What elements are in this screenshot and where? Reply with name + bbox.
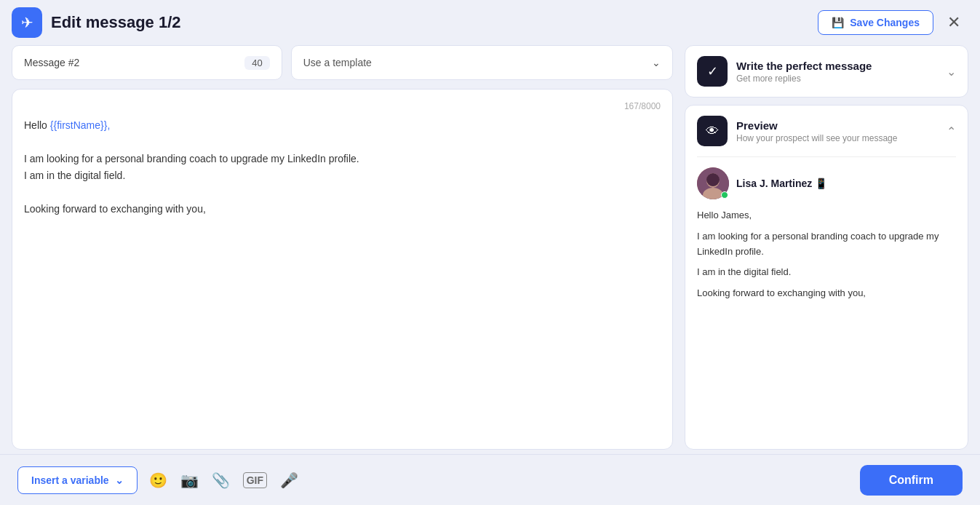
avatar-wrapper — [697, 167, 729, 199]
microphone-icon[interactable]: 🎤 — [280, 472, 298, 489]
template-dropdown[interactable]: Use a template ⌄ — [291, 45, 673, 80]
preview-card-header: 👁 Preview How your prospect will see you… — [697, 116, 956, 146]
top-bar: ✈ Edit message 1/2 💾 Save Changes ✕ — [0, 0, 980, 45]
preview-line-1: I am looking for a personal branding coa… — [697, 229, 956, 260]
write-card-header-left: ✓ Write the perfect message Get more rep… — [697, 56, 872, 87]
preview-sender: Lisa J. Martinez 📱 — [697, 167, 956, 199]
controls-row: Message #2 40 Use a template ⌄ — [12, 45, 673, 80]
write-perfect-message-card: ✓ Write the perfect message Get more rep… — [685, 45, 968, 98]
write-card-text: Write the perfect message Get more repli… — [736, 60, 872, 84]
char-count-display: 167/8000 — [24, 101, 661, 111]
right-panel: ✓ Write the perfect message Get more rep… — [685, 45, 968, 450]
app-icon: ✈ — [12, 7, 42, 38]
save-changes-button[interactable]: 💾 Save Changes — [818, 10, 933, 35]
message-label-box: Message #2 40 — [12, 45, 282, 80]
preview-card-icon: 👁 — [697, 116, 728, 146]
left-panel: Message #2 40 Use a template ⌄ 167/8000 … — [12, 45, 673, 450]
preview-greeting: Hello James, — [697, 208, 956, 223]
toolbar-left: Insert a variable ⌄ 🙂 📷 📎 GIF 🎤 — [17, 466, 298, 494]
chevron-down-icon: ⌄ — [115, 474, 124, 486]
editor-line-3: Looking forward to exchanging with you, — [24, 201, 661, 218]
preview-content: Lisa J. Martinez 📱 Hello James, I am loo… — [697, 156, 956, 301]
preview-line-3: Looking forward to exchanging with you, — [697, 286, 956, 301]
write-card-collapse-button[interactable]: ⌄ — [947, 65, 956, 79]
write-card-header: ✓ Write the perfect message Get more rep… — [697, 56, 956, 87]
svg-point-3 — [706, 173, 720, 186]
write-card-subtitle: Get more replies — [736, 73, 872, 84]
bottom-toolbar: Insert a variable ⌄ 🙂 📷 📎 GIF 🎤 Confirm — [0, 454, 980, 505]
toolbar-icons: 🙂 📷 📎 GIF 🎤 — [149, 472, 298, 489]
top-bar-right: 💾 Save Changes ✕ — [818, 10, 965, 35]
message-label: Message #2 — [24, 57, 79, 68]
firstname-variable: {{firstName}}, — [50, 119, 111, 131]
insert-variable-label: Insert a variable — [31, 474, 109, 486]
preview-card: 👁 Preview How your prospect will see you… — [685, 105, 968, 450]
eye-icon: 👁 — [706, 124, 719, 139]
preview-card-collapse-button[interactable]: ⌃ — [947, 124, 956, 138]
sender-name: Lisa J. Martinez 📱 — [736, 178, 827, 189]
main-layout: Message #2 40 Use a template ⌄ 167/8000 … — [0, 45, 980, 450]
confirm-button[interactable]: Confirm — [860, 465, 963, 496]
top-bar-left: ✈ Edit message 1/2 — [12, 7, 181, 38]
gif-icon[interactable]: GIF — [243, 472, 267, 488]
attachment-icon[interactable]: 📎 — [212, 472, 230, 489]
preview-card-header-left: 👁 Preview How your prospect will see you… — [697, 116, 897, 146]
online-indicator — [721, 191, 728, 199]
insert-variable-button[interactable]: Insert a variable ⌄ — [17, 466, 138, 494]
preview-card-title: Preview — [736, 119, 897, 132]
preview-card-subtitle: How your prospect will see your message — [736, 133, 897, 143]
preview-message: Hello James, I am looking for a personal… — [697, 208, 956, 301]
emoji-icon[interactable]: 🙂 — [149, 472, 167, 489]
preview-card-text: Preview How your prospect will see your … — [736, 119, 897, 143]
editor-line-1: I am looking for a personal branding coa… — [24, 151, 661, 167]
editor-line-greeting: Hello {{firstName}}, — [24, 117, 661, 134]
save-icon: 💾 — [832, 17, 844, 28]
char-count-badge: 40 — [244, 56, 269, 70]
editor-line-2: I am in the digital field. — [24, 167, 661, 184]
chevron-down-icon: ⌄ — [652, 57, 661, 68]
page-title: Edit message 1/2 — [51, 13, 181, 32]
image-icon[interactable]: 📷 — [180, 472, 199, 489]
close-button[interactable]: ✕ — [942, 11, 965, 34]
preview-line-2: I am in the digital field. — [697, 265, 956, 280]
write-card-title: Write the perfect message — [736, 60, 872, 72]
template-dropdown-label: Use a template — [303, 57, 372, 68]
checkmark-icon: ✓ — [707, 63, 718, 79]
message-editor[interactable]: 167/8000 Hello {{firstName}}, I am looki… — [12, 89, 673, 450]
write-card-icon: ✓ — [697, 56, 728, 87]
editor-content[interactable]: Hello {{firstName}}, I am looking for a … — [24, 117, 661, 437]
